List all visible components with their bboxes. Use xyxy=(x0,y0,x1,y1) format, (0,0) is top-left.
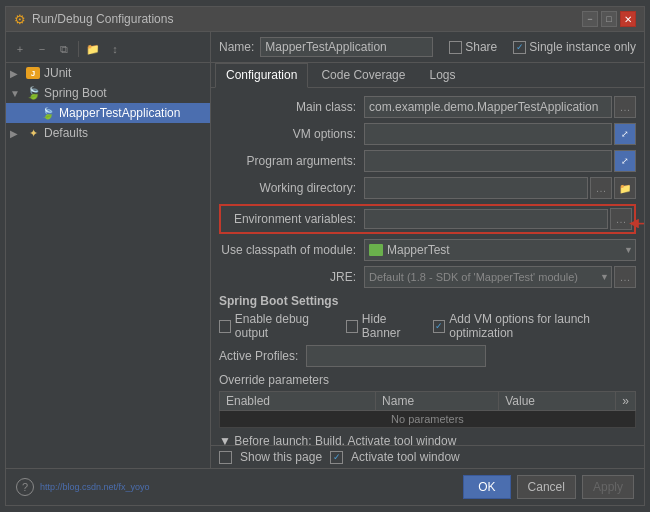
classpath-row: Use classpath of module: MapperTest ▼ xyxy=(219,239,636,261)
ok-button[interactable]: OK xyxy=(463,475,510,499)
classpath-select[interactable]: MapperTest ▼ xyxy=(364,239,636,261)
module-icon xyxy=(369,244,383,256)
hide-banner-item: Hide Banner xyxy=(346,312,421,340)
vm-options-row: VM options: ⤢ xyxy=(219,123,636,145)
add-config-button[interactable]: + xyxy=(10,39,30,59)
spring-settings-title: Spring Boot Settings xyxy=(219,294,636,308)
jre-select[interactable]: Default (1.8 - SDK of 'MapperTest' modul… xyxy=(364,266,612,288)
working-dir-input[interactable] xyxy=(364,177,588,199)
maximize-button[interactable]: □ xyxy=(601,11,617,27)
tree-item-mapper-app[interactable]: ▶ 🍃 MapperTestApplication xyxy=(6,103,210,123)
working-dir-browse-button[interactable]: … xyxy=(590,177,612,199)
close-button[interactable]: ✕ xyxy=(620,11,636,27)
col-enabled: Enabled xyxy=(220,392,376,411)
share-checkbox[interactable] xyxy=(449,41,462,54)
single-instance-label: Single instance only xyxy=(529,40,636,54)
footer-buttons: OK Cancel Apply xyxy=(463,475,634,499)
vm-options-input[interactable] xyxy=(364,123,612,145)
override-table: Enabled Name Value » No parameters xyxy=(219,391,636,428)
single-instance-area: Single instance only xyxy=(513,40,636,54)
main-class-browse-button[interactable]: … xyxy=(614,96,636,118)
add-vm-label: Add VM options for launch optimization xyxy=(449,312,636,340)
title-bar-left: ⚙ Run/Debug Configurations xyxy=(14,12,173,27)
active-profiles-label: Active Profiles: xyxy=(219,349,298,363)
jre-row: JRE: Default (1.8 - SDK of 'MapperTest' … xyxy=(219,266,636,288)
sort-button[interactable]: ↕ xyxy=(105,39,125,59)
add-vm-item: Add VM options for launch optimization xyxy=(433,312,636,340)
main-class-row: Main class: … xyxy=(219,96,636,118)
folder-button[interactable]: 📁 xyxy=(83,39,103,59)
tree-arrow-spring: ▼ xyxy=(10,88,22,99)
enable-debug-checkbox[interactable] xyxy=(219,320,231,333)
junit-icon: J xyxy=(25,66,41,80)
classpath-value: MapperTest xyxy=(387,243,450,257)
hide-banner-checkbox[interactable] xyxy=(346,320,358,333)
jre-browse-button[interactable]: … xyxy=(614,266,636,288)
hide-banner-label: Hide Banner xyxy=(362,312,422,340)
enable-debug-item: Enable debug output xyxy=(219,312,334,340)
activate-checkbox[interactable] xyxy=(330,451,343,464)
tree-item-defaults[interactable]: ▶ ✦ Defaults xyxy=(6,123,210,143)
add-vm-checkbox[interactable] xyxy=(433,320,445,333)
program-args-input[interactable] xyxy=(364,150,612,172)
classpath-label: Use classpath of module: xyxy=(219,243,364,257)
red-arrow-annotation xyxy=(626,214,644,234)
vm-options-expand-button[interactable]: ⤢ xyxy=(614,123,636,145)
jre-value: Default (1.8 - SDK of 'MapperTest' modul… xyxy=(369,271,578,283)
title-bar: ⚙ Run/Debug Configurations − □ ✕ xyxy=(6,7,644,32)
dialog-title: Run/Debug Configurations xyxy=(32,12,173,26)
show-page-checkbox[interactable] xyxy=(219,451,232,464)
main-content: + − ⧉ 📁 ↕ ▶ J JUnit ▼ 🍃 Spring Boot ▶ xyxy=(6,32,644,468)
tree-item-junit[interactable]: ▶ J JUnit xyxy=(6,63,210,83)
minimize-button[interactable]: − xyxy=(582,11,598,27)
config-panel: Main class: … VM options: ⤢ Program argu… xyxy=(211,88,644,445)
env-vars-input[interactable] xyxy=(364,209,608,229)
before-launch-title: ▼ Before launch: Build, Activate tool wi… xyxy=(219,434,636,445)
copy-config-button[interactable]: ⧉ xyxy=(54,39,74,59)
app-icon: 🍃 xyxy=(40,106,56,120)
spring-checkboxes-row: Enable debug output Hide Banner Add VM o… xyxy=(219,312,636,340)
col-value: Value xyxy=(499,392,616,411)
tab-configuration[interactable]: Configuration xyxy=(215,63,308,88)
apply-button[interactable]: Apply xyxy=(582,475,634,499)
defaults-label: Defaults xyxy=(44,126,88,140)
table-row-empty: No parameters xyxy=(220,411,636,428)
footer-left: ? http://blog.csdn.net/fx_yoyo xyxy=(16,478,150,496)
toolbar-separator xyxy=(78,41,79,57)
show-page-label: Show this page xyxy=(240,450,322,464)
no-params-text: No parameters xyxy=(220,411,636,428)
help-button[interactable]: ? xyxy=(16,478,34,496)
env-vars-button[interactable]: … xyxy=(610,208,632,230)
classpath-dropdown-arrow: ▼ xyxy=(624,245,633,255)
tree-item-spring[interactable]: ▼ 🍃 Spring Boot xyxy=(6,83,210,103)
env-vars-row: Environment variables: … xyxy=(219,204,636,234)
single-instance-checkbox[interactable] xyxy=(513,41,526,54)
env-vars-label: Environment variables: xyxy=(223,212,364,226)
watermark: http://blog.csdn.net/fx_yoyo xyxy=(40,482,150,492)
working-dir-folder-button[interactable]: 📁 xyxy=(614,177,636,199)
tab-code-coverage[interactable]: Code Coverage xyxy=(310,63,416,87)
share-label: Share xyxy=(465,40,497,54)
enable-debug-label: Enable debug output xyxy=(235,312,334,340)
show-page-row: Show this page Activate tool window xyxy=(211,445,644,468)
cancel-button[interactable]: Cancel xyxy=(517,475,576,499)
main-class-input[interactable] xyxy=(364,96,612,118)
vm-options-label: VM options: xyxy=(219,127,364,141)
name-row: Name: Share Single instance only xyxy=(211,32,644,63)
col-name: Name xyxy=(376,392,499,411)
tabs-bar: Configuration Code Coverage Logs xyxy=(211,63,644,88)
app-label: MapperTestApplication xyxy=(59,106,180,120)
active-profiles-input[interactable] xyxy=(306,345,486,367)
tab-logs[interactable]: Logs xyxy=(418,63,466,87)
name-field-label: Name: xyxy=(219,40,254,54)
name-input[interactable] xyxy=(260,37,433,57)
window-controls: − □ ✕ xyxy=(582,11,636,27)
main-class-label: Main class: xyxy=(219,100,364,114)
tree-arrow-junit: ▶ xyxy=(10,68,22,79)
defaults-icon: ✦ xyxy=(25,126,41,140)
remove-config-button[interactable]: − xyxy=(32,39,52,59)
jre-dropdown-arrow: ▼ xyxy=(600,272,609,282)
title-bar-icon: ⚙ xyxy=(14,12,26,27)
jre-label: JRE: xyxy=(219,270,364,284)
program-args-expand-button[interactable]: ⤢ xyxy=(614,150,636,172)
